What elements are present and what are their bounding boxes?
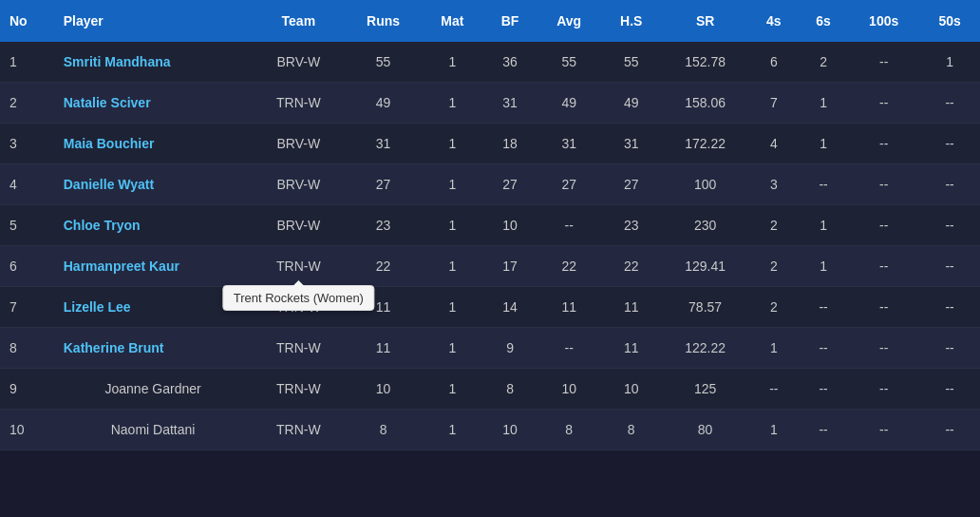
mat-cell: 1 [422,42,483,83]
player-cell[interactable]: Harmanpreet Kaur [54,246,253,287]
hundreds-cell: -- [848,42,919,83]
table-row: 3 Maia Bouchier BRV-W 31 1 18 31 31 172.… [0,124,980,164]
team-cell: BRV-W [252,124,345,164]
mat-cell: 1 [422,83,483,124]
fifties-cell: -- [919,83,980,124]
no-cell: 3 [0,124,54,164]
tooltip: Trent Rockets (Women) [223,285,374,311]
mat-cell: 1 [422,124,483,164]
hs-cell: 10 [601,369,662,410]
no-cell: 1 [0,42,54,83]
avg-cell: 49 [537,83,600,124]
sr-cell: 80 [662,410,749,450]
fours-cell: 1 [749,328,799,369]
col-avg: Avg [537,0,600,42]
runs-cell: 22 [345,246,422,287]
player-cell: Naomi Dattani [54,410,253,450]
team-cell: TRN-W Trent Rockets (Women) [252,246,345,287]
table-row: 2 Natalie Sciver TRN-W 49 1 31 49 49 158… [0,83,980,124]
bf-cell: 10 [483,410,537,450]
fours-cell: -- [749,369,799,410]
col-6s: 6s [799,0,848,42]
avg-cell: 11 [537,287,600,328]
avg-cell: 22 [537,246,600,287]
hundreds-cell: -- [848,164,919,205]
team-cell: TRN-W [252,328,345,369]
bf-cell: 17 [483,246,537,287]
col-4s: 4s [749,0,799,42]
fifties-cell: -- [919,410,980,450]
sixes-cell: 1 [799,205,848,246]
mat-cell: 1 [422,369,483,410]
table-row: 1 Smriti Mandhana BRV-W 55 1 36 55 55 15… [0,42,980,83]
sr-cell: 172.22 [662,124,749,164]
fifties-cell: -- [919,164,980,205]
hundreds-cell: -- [848,410,919,450]
runs-cell: 27 [345,164,422,205]
avg-cell: -- [537,205,600,246]
table-row: 8 Katherine Brunt TRN-W 11 1 9 -- 11 122… [0,328,980,369]
fours-cell: 3 [749,164,799,205]
fours-cell: 6 [749,42,799,83]
col-bf: BF [483,0,537,42]
sixes-cell: -- [799,287,848,328]
bf-cell: 36 [483,42,537,83]
player-cell[interactable]: Maia Bouchier [54,124,253,164]
sixes-cell: 1 [799,124,848,164]
avg-cell: 31 [537,124,600,164]
table-row: 4 Danielle Wyatt BRV-W 27 1 27 27 27 100… [0,164,980,205]
runs-cell: 49 [345,83,422,124]
runs-cell: 11 [345,328,422,369]
player-cell[interactable]: Chloe Tryon [54,205,253,246]
fifties-cell: -- [919,124,980,164]
player-cell[interactable]: Smriti Mandhana [54,42,253,83]
hundreds-cell: -- [848,83,919,124]
hs-cell: 55 [601,42,662,83]
fours-cell: 7 [749,83,799,124]
sixes-cell: -- [799,369,848,410]
team-cell: TRN-W [252,369,345,410]
team-cell: BRV-W [252,164,345,205]
col-runs: Runs [345,0,422,42]
mat-cell: 1 [422,328,483,369]
stats-table: No Player Team Runs Mat BF Avg H.S SR 4s… [0,0,980,450]
sixes-cell: -- [799,328,848,369]
hundreds-cell: -- [848,246,919,287]
fours-cell: 2 [749,287,799,328]
mat-cell: 1 [422,410,483,450]
runs-cell: 8 [345,410,422,450]
team-cell: BRV-W [252,205,345,246]
avg-cell: -- [537,328,600,369]
team-cell: TRN-W [252,410,345,450]
mat-cell: 1 [422,246,483,287]
hs-cell: 49 [601,83,662,124]
bf-cell: 8 [483,369,537,410]
sixes-cell: -- [799,164,848,205]
no-cell: 9 [0,369,54,410]
runs-cell: 55 [345,42,422,83]
sr-cell: 125 [662,369,749,410]
no-cell: 4 [0,164,54,205]
player-cell[interactable]: Natalie Sciver [54,83,253,124]
col-mat: Mat [422,0,483,42]
runs-cell: 23 [345,205,422,246]
avg-cell: 10 [537,369,600,410]
sixes-cell: 1 [799,83,848,124]
avg-cell: 8 [537,410,600,450]
player-cell[interactable]: Danielle Wyatt [54,164,253,205]
no-cell: 10 [0,410,54,450]
bf-cell: 31 [483,83,537,124]
sr-cell: 230 [662,205,749,246]
fifties-cell: 1 [919,42,980,83]
mat-cell: 1 [422,205,483,246]
sr-cell: 152.78 [662,42,749,83]
hs-cell: 31 [601,124,662,164]
hs-cell: 11 [601,287,662,328]
hs-cell: 27 [601,164,662,205]
player-cell[interactable]: Katherine Brunt [54,328,253,369]
table-row: 10 Naomi Dattani TRN-W 8 1 10 8 8 80 1 -… [0,410,980,450]
sr-cell: 78.57 [662,287,749,328]
col-sr: SR [662,0,749,42]
table-row: 9 Joanne Gardner TRN-W 10 1 8 10 10 125 … [0,369,980,410]
no-cell: 6 [0,246,54,287]
